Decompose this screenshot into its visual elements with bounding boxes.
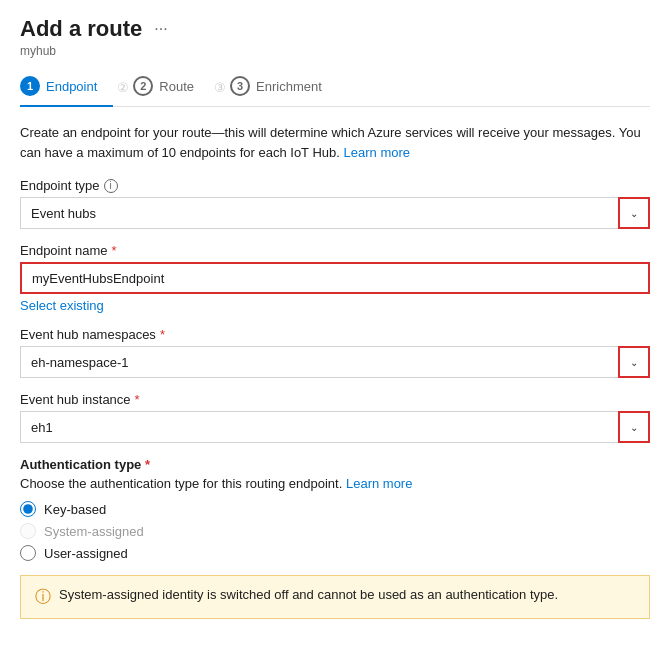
warning-box: ⓘ System-assigned identity is switched o…	[20, 575, 650, 619]
auth-type-title: Authentication type *	[20, 457, 650, 472]
ellipsis-menu-button[interactable]: ···	[150, 18, 171, 40]
page-title: Add a route	[20, 16, 142, 42]
step-sep-1: ②	[117, 80, 129, 95]
endpoint-name-label: Endpoint name *	[20, 243, 650, 258]
event-hub-instance-display: eh1	[20, 411, 618, 443]
event-hub-instance-required: *	[135, 392, 140, 407]
learn-more-link-1[interactable]: Learn more	[344, 145, 410, 160]
steps-nav: 1 Endpoint ② 2 Route ③ 3 Enrichment	[20, 68, 650, 107]
event-hub-instance-label: Event hub instance *	[20, 392, 650, 407]
radio-system-assigned: System-assigned	[20, 523, 650, 539]
warning-text: System-assigned identity is switched off…	[59, 586, 558, 604]
step-sep-2: ③	[214, 80, 226, 95]
endpoint-type-dropdown-button[interactable]: ⌄	[618, 197, 650, 229]
endpoint-type-dropdown-container: Event hubs ⌄	[20, 197, 650, 229]
auth-required: *	[145, 457, 150, 472]
endpoint-type-display: Event hubs	[20, 197, 618, 229]
step-1-label: Endpoint	[46, 79, 97, 94]
event-hub-namespaces-display: eh-namespace-1	[20, 346, 618, 378]
step-3-label: Enrichment	[256, 79, 322, 94]
endpoint-name-input[interactable]	[20, 262, 650, 294]
event-hub-namespaces-field: Event hub namespaces * eh-namespace-1 ⌄	[20, 327, 650, 378]
auth-type-field: Authentication type * Choose the authent…	[20, 457, 650, 561]
radio-user-assigned[interactable]: User-assigned	[20, 545, 650, 561]
event-hub-instance-dropdown-container: eh1 ⌄	[20, 411, 650, 443]
event-hub-instance-dropdown-button[interactable]: ⌄	[618, 411, 650, 443]
step-endpoint[interactable]: 1 Endpoint	[20, 68, 113, 106]
event-hub-instance-field: Event hub instance * eh1 ⌄	[20, 392, 650, 443]
description-text: Create an endpoint for your route—this w…	[20, 123, 650, 162]
step-3-circle: 3	[230, 76, 250, 96]
event-hub-namespaces-label: Event hub namespaces *	[20, 327, 650, 342]
auth-learn-more-link[interactable]: Learn more	[346, 476, 412, 491]
radio-user-assigned-input[interactable]	[20, 545, 36, 561]
event-hub-namespaces-dropdown-button[interactable]: ⌄	[618, 346, 650, 378]
radio-system-assigned-input	[20, 523, 36, 539]
warning-icon: ⓘ	[35, 586, 51, 608]
event-hub-namespaces-required: *	[160, 327, 165, 342]
radio-key-based[interactable]: Key-based	[20, 501, 650, 517]
endpoint-name-required: *	[111, 243, 116, 258]
step-2-label: Route	[159, 79, 194, 94]
event-hub-instance-chevron-icon: ⌄	[630, 422, 638, 433]
endpoint-type-label: Endpoint type i	[20, 178, 650, 193]
step-route[interactable]: 2 Route	[133, 68, 210, 106]
step-enrichment[interactable]: 3 Enrichment	[230, 68, 338, 106]
endpoint-type-info-icon[interactable]: i	[104, 179, 118, 193]
event-hub-namespaces-dropdown-container: eh-namespace-1 ⌄	[20, 346, 650, 378]
auth-description: Choose the authentication type for this …	[20, 476, 650, 491]
event-hub-namespaces-chevron-icon: ⌄	[630, 357, 638, 368]
radio-key-based-input[interactable]	[20, 501, 36, 517]
auth-radio-group: Key-based System-assigned User-assigned	[20, 501, 650, 561]
select-existing-link[interactable]: Select existing	[20, 298, 104, 313]
hub-name: myhub	[20, 44, 650, 58]
endpoint-type-chevron-icon: ⌄	[630, 208, 638, 219]
endpoint-name-field: Endpoint name * Select existing	[20, 243, 650, 313]
endpoint-type-field: Endpoint type i Event hubs ⌄	[20, 178, 650, 229]
step-1-circle: 1	[20, 76, 40, 96]
step-2-circle: 2	[133, 76, 153, 96]
